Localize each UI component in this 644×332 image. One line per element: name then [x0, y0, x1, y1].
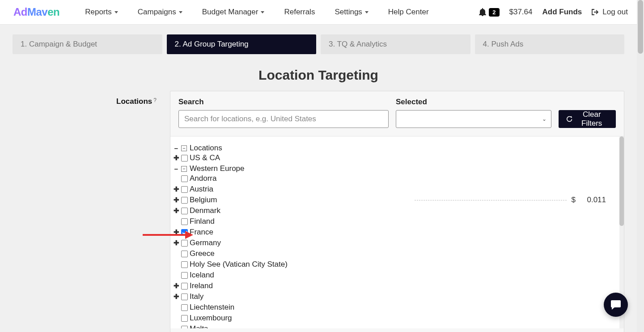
price-value: 0.011	[587, 196, 606, 204]
logout-button[interactable]: Log out	[592, 8, 628, 17]
selected-label: Selected	[396, 98, 551, 106]
tree-node-belgium[interactable]: Belgium	[190, 196, 217, 204]
locations-panel: Search Selected ⌄ Clear Filters	[170, 91, 624, 332]
checkbox-austria[interactable]	[181, 186, 188, 193]
tree-node-liechtenstein[interactable]: Liechtenstein	[190, 303, 234, 312]
checkbox-liechtenstein[interactable]	[181, 304, 188, 311]
expand-icon[interactable]: ✚	[173, 293, 179, 301]
tree-node-western-europe[interactable]: Western Europe	[190, 164, 245, 173]
collapse-box-icon[interactable]: −	[181, 166, 187, 172]
tree-node-italy[interactable]: Italy	[190, 292, 203, 301]
tree-node-finland[interactable]: Finland	[190, 217, 215, 226]
expand-icon[interactable]: ✚	[173, 239, 179, 247]
section-label-locations: Locations?	[0, 91, 170, 332]
chat-icon	[610, 299, 622, 310]
nav-referrals-label: Referrals	[284, 8, 315, 17]
step-campaign-budget[interactable]: 1. Campaign & Budget	[13, 34, 162, 54]
nav-campaigns[interactable]: Campaigns	[128, 0, 192, 25]
nav-budget-label: Budget Manager	[202, 8, 258, 17]
add-funds-button[interactable]: Add Funds	[542, 8, 582, 17]
notif-badge: 2	[489, 8, 499, 17]
price-currency: $	[572, 196, 576, 204]
nav-reports-label: Reports	[85, 8, 112, 17]
checkbox-luxembourg[interactable]	[181, 315, 188, 322]
nav-settings-label: Settings	[335, 8, 362, 17]
tree-node-france[interactable]: France	[190, 228, 213, 237]
checkbox-malta[interactable]	[181, 326, 188, 329]
chevron-down-icon	[261, 11, 264, 13]
logout-label: Log out	[602, 8, 628, 17]
logo: AdMaven	[13, 6, 59, 18]
checkbox-france[interactable]	[181, 229, 188, 236]
selected-dropdown[interactable]: ⌄	[396, 110, 551, 128]
expand-icon[interactable]: ✚	[173, 207, 179, 215]
checkbox-iceland[interactable]	[181, 272, 188, 279]
tree-root-label[interactable]: Locations	[190, 144, 222, 153]
collapse-icon[interactable]: −	[173, 165, 179, 173]
nav-budget-manager[interactable]: Budget Manager	[192, 0, 275, 25]
nav-help-label: Help Center	[388, 8, 429, 17]
tree-node-greece[interactable]: Greece	[190, 249, 215, 258]
tree-node-luxembourg[interactable]: Luxembourg	[190, 314, 232, 323]
tree-node-holysee[interactable]: Holy See (Vatican City State)	[190, 260, 288, 269]
wizard-steps: 1. Campaign & Budget 2. Ad Group Targeti…	[0, 25, 637, 64]
top-navbar: AdMaven Reports Campaigns Budget Manager…	[0, 0, 637, 25]
step-push-ads[interactable]: 4. Push Ads	[475, 34, 625, 54]
page-scrollbar[interactable]	[637, 0, 644, 332]
expand-icon[interactable]: ✚	[173, 196, 179, 204]
tree-node-germany[interactable]: Germany	[190, 238, 221, 247]
nav-referrals[interactable]: Referrals	[274, 0, 325, 25]
chevron-down-icon: ⌄	[542, 116, 547, 122]
locations-tree: − − Locations ✚ US & CA	[170, 136, 624, 328]
balance-display: $37.64	[509, 8, 533, 17]
nav-settings[interactable]: Settings	[325, 0, 378, 25]
page-title: Location Targeting	[0, 68, 637, 83]
clear-filters-button[interactable]: Clear Filters	[559, 110, 616, 128]
nav-reports[interactable]: Reports	[75, 0, 128, 25]
checkbox-holysee[interactable]	[181, 261, 188, 268]
checkbox-greece[interactable]	[181, 251, 188, 257]
tree-node-ireland[interactable]: Ireland	[190, 281, 213, 290]
tree-scrollbar-thumb[interactable]	[619, 136, 624, 226]
checkbox-andorra[interactable]	[181, 175, 188, 182]
chevron-down-icon	[179, 11, 182, 13]
nav-help-center[interactable]: Help Center	[378, 0, 439, 25]
checkbox-germany[interactable]	[181, 240, 188, 247]
chat-launcher[interactable]	[604, 293, 628, 317]
tree-node-us-ca[interactable]: US & CA	[190, 153, 220, 162]
nav-campaigns-label: Campaigns	[138, 8, 176, 17]
collapse-box-icon[interactable]: −	[181, 145, 187, 151]
tree-node-malta[interactable]: Malta	[190, 324, 208, 328]
expand-icon[interactable]: ✚	[173, 228, 179, 236]
page-scrollbar-thumb[interactable]	[638, 0, 643, 54]
price-connector	[415, 200, 567, 200]
tree-node-iceland[interactable]: Iceland	[190, 271, 214, 280]
checkbox-belgium[interactable]	[181, 197, 188, 204]
refresh-icon	[567, 115, 572, 123]
checkbox-us-ca[interactable]	[181, 155, 188, 162]
expand-icon[interactable]: ✚	[173, 282, 179, 290]
tree-node-andorra[interactable]: Andorra	[190, 174, 216, 183]
checkbox-finland[interactable]	[181, 218, 188, 225]
checkbox-denmark[interactable]	[181, 208, 188, 214]
checkbox-italy[interactable]	[181, 294, 188, 300]
expand-icon[interactable]: ✚	[173, 185, 179, 193]
help-icon[interactable]: ?	[153, 97, 157, 103]
collapse-icon[interactable]: −	[173, 145, 179, 152]
chevron-down-icon	[365, 11, 369, 13]
chevron-down-icon	[114, 11, 118, 13]
tree-node-austria[interactable]: Austria	[190, 185, 213, 194]
notifications-button[interactable]: 2	[479, 8, 499, 17]
checkbox-ireland[interactable]	[181, 283, 188, 289]
tree-node-denmark[interactable]: Denmark	[190, 206, 220, 215]
search-label: Search	[178, 98, 389, 106]
step-tq-analytics[interactable]: 3. TQ & Analytics	[321, 34, 470, 54]
clear-filters-label: Clear Filters	[576, 110, 608, 128]
bell-icon	[479, 8, 486, 16]
expand-icon[interactable]: ✚	[173, 154, 179, 162]
step-ad-group-targeting[interactable]: 2. Ad Group Targeting	[167, 34, 317, 54]
logout-icon	[592, 9, 599, 15]
search-input[interactable]	[178, 110, 389, 128]
